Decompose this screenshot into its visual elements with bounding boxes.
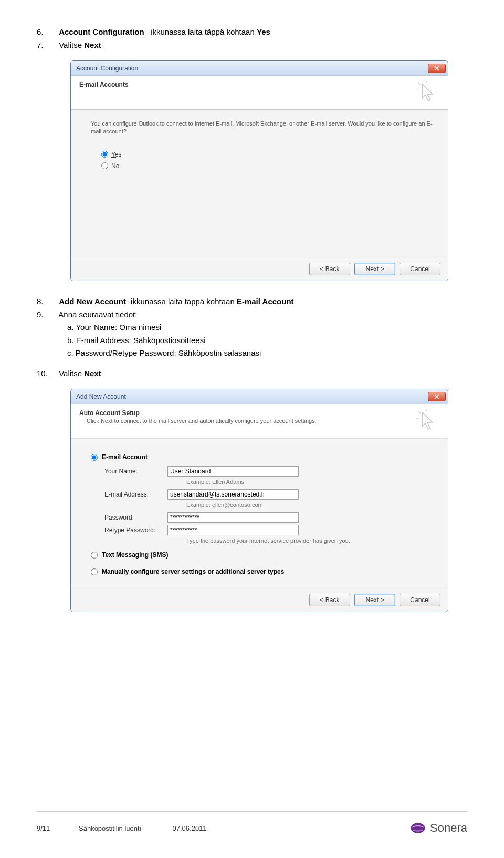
- footer-title: Sähköpostitilin luonti: [79, 824, 141, 832]
- password-label: Password:: [104, 514, 167, 521]
- radio-no[interactable]: [101, 162, 108, 169]
- page-footer: 9/11 Sähköpostitilin luonti 07.06.2011 S…: [0, 811, 504, 835]
- radio-yes-label: Yes: [111, 151, 122, 158]
- footer-date: 07.06.2011: [173, 824, 207, 832]
- page-number: 9/11: [37, 824, 79, 832]
- dialog-subheading: Click Next to connect to the mail server…: [87, 418, 415, 424]
- step-7-bold: Next: [84, 40, 101, 49]
- step-10: 10. Valitse Next: [37, 368, 467, 380]
- titlebar: Account Configuration: [71, 61, 448, 76]
- step-9a: a. Your Name: Oma nimesi: [67, 322, 467, 334]
- titlebar: Add New Account: [71, 389, 448, 404]
- dialog-title: Account Configuration: [76, 65, 428, 72]
- radio-yes[interactable]: [101, 151, 108, 158]
- dialog-footer: < Back Next > Cancel: [71, 257, 448, 281]
- radio-email-account[interactable]: [91, 454, 98, 461]
- step-8-mid: -ikkunassa laita täppä kohtaan: [126, 297, 237, 306]
- radio-manual-label: Manually configure server settings or ad…: [102, 568, 284, 575]
- step-9-text: Anna seuraavat tiedot:: [58, 310, 137, 319]
- sonera-logo-text: Sonera: [430, 821, 467, 835]
- cancel-button[interactable]: Cancel: [400, 594, 440, 606]
- your-name-example: Example: Ellen Adams: [186, 479, 433, 485]
- dialog-body: E-mail Account Your Name: Example: Ellen…: [71, 438, 448, 588]
- dialog-footer: < Back Next > Cancel: [71, 588, 448, 612]
- your-name-label: Your Name:: [104, 468, 167, 475]
- radio-no-label: No: [111, 162, 119, 170]
- form: Your Name: Example: Ellen Adams E-mail A…: [104, 466, 433, 544]
- your-name-input[interactable]: [167, 466, 299, 477]
- dialog-heading: Auto Account Setup: [79, 409, 415, 417]
- password-hint: Type the password your Internet service …: [186, 537, 433, 544]
- next-button[interactable]: Next >: [354, 594, 395, 606]
- step-6: 6. Account Configuration –ikkunassa lait…: [37, 26, 467, 38]
- radio-manual[interactable]: [91, 568, 98, 575]
- dialog-header: E-mail Accounts: [71, 76, 448, 110]
- step-8-prefix: Add New Account: [59, 297, 126, 306]
- step-num: 8.: [37, 296, 57, 308]
- dialog-heading: E-mail Accounts: [79, 81, 415, 88]
- radio-sms-label: Text Messaging (SMS): [102, 551, 168, 559]
- step-6-prefix: Account Configuration: [59, 27, 144, 36]
- step-10-bold: Next: [84, 369, 101, 378]
- step-num: 7.: [37, 39, 57, 51]
- close-button[interactable]: [428, 64, 446, 73]
- step-8: 8. Add New Account -ikkunassa laita täpp…: [37, 296, 467, 308]
- svg-point-0: [411, 823, 425, 833]
- step-7-prefix: Valitse: [59, 40, 84, 49]
- next-button[interactable]: Next >: [354, 263, 395, 275]
- step-6-mid: –ikkunassa laita täppä kohtaan: [144, 27, 257, 36]
- step-6-bold: Yes: [257, 27, 270, 36]
- dialog-body: You can configure Outlook to connect to …: [71, 110, 448, 257]
- retype-password-input[interactable]: [167, 525, 299, 535]
- step-9: 9. Anna seuraavat tiedot:: [37, 309, 467, 321]
- step-7: 7. Valitse Next: [37, 39, 467, 51]
- email-example: Example: ellen@contoso.com: [186, 502, 433, 508]
- close-icon: [434, 66, 439, 71]
- radio-email-account-row: E-mail Account: [91, 453, 433, 461]
- radio-manual-row: Manually configure server settings or ad…: [91, 568, 433, 575]
- radio-sms[interactable]: [91, 552, 98, 559]
- close-icon: [434, 394, 439, 399]
- step-9b: b. E-mail Address: Sähköpostiosoitteesi: [67, 335, 467, 347]
- back-button[interactable]: < Back: [309, 263, 350, 275]
- step-10-prefix: Valitse: [59, 369, 84, 378]
- radio-yes-row: Yes: [101, 151, 433, 158]
- add-new-account-dialog: Add New Account Auto Account Setup Click…: [70, 389, 448, 612]
- dialog-title: Add New Account: [76, 393, 428, 400]
- back-button[interactable]: < Back: [309, 594, 350, 606]
- sonera-logo: Sonera: [410, 821, 467, 835]
- radio-email-account-label: E-mail Account: [102, 453, 148, 461]
- step-num: 10.: [37, 368, 57, 380]
- email-input[interactable]: [167, 489, 299, 500]
- password-input[interactable]: [167, 512, 299, 523]
- email-label: E-mail Address:: [104, 491, 167, 498]
- retype-password-label: Retype Password:: [104, 526, 167, 534]
- account-configuration-dialog: Account Configuration E-mail Accounts Yo…: [70, 60, 448, 281]
- sonera-logo-icon: [410, 822, 426, 834]
- cancel-button[interactable]: Cancel: [400, 263, 440, 275]
- step-9c: c. Password/Retype Password: Sähköpostin…: [67, 347, 467, 359]
- step-8-bold: E-mail Account: [237, 297, 294, 306]
- step-num: 9.: [37, 309, 57, 321]
- footer-divider: [37, 811, 467, 812]
- cursor-click-icon: [415, 81, 439, 105]
- radio-no-row: No: [101, 162, 433, 170]
- cursor-click-icon: [415, 409, 439, 433]
- close-button[interactable]: [428, 392, 446, 401]
- radio-sms-row: Text Messaging (SMS): [91, 551, 433, 559]
- dialog-description: You can configure Outlook to connect to …: [91, 120, 433, 136]
- dialog-header: Auto Account Setup Click Next to connect…: [71, 404, 448, 438]
- step-num: 6.: [37, 26, 57, 38]
